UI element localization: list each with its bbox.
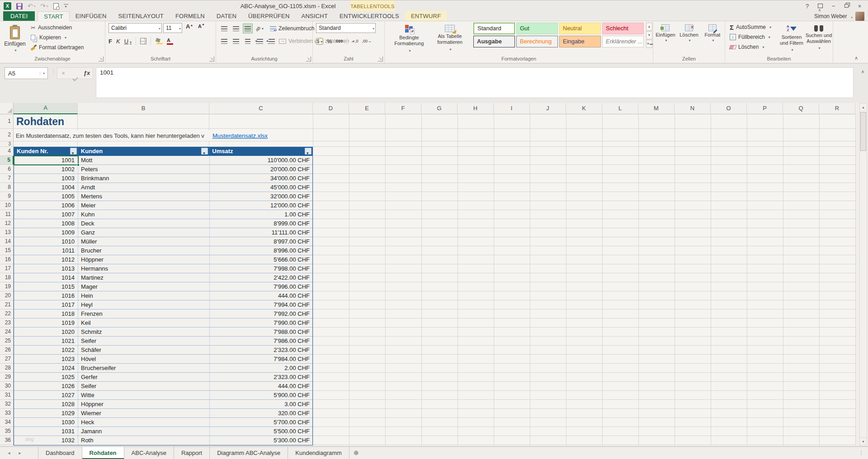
fill-color-button[interactable] (155, 38, 161, 44)
account-area[interactable]: Simon Weber (814, 11, 864, 21)
font-name-select[interactable]: Calibri (108, 23, 162, 33)
sheet-tab[interactable]: Rapport (174, 447, 210, 459)
name-box[interactable]: A5 (5, 67, 48, 79)
cell-umsatz[interactable]: 7'988.00 CHF (210, 328, 312, 336)
cut-button[interactable]: ✂ Ausschneiden (29, 23, 85, 33)
cell-a1-title[interactable]: Rohdaten (16, 115, 69, 128)
cell-kunden-nr[interactable]: 1021 (14, 337, 78, 345)
cell-kunden-nr[interactable]: 1031 (14, 427, 78, 436)
align-center-button[interactable] (231, 36, 241, 46)
dialog-launcher-icon[interactable] (209, 56, 214, 61)
cell-kunde[interactable]: Hermanns (78, 264, 210, 273)
header-umsatz[interactable]: Umsatz (209, 147, 312, 156)
cell-kunden-nr[interactable]: 1023 (14, 355, 78, 363)
gallery-down-icon[interactable]: ▼ (646, 31, 652, 39)
cell-umsatz[interactable]: 5'666.00 CHF (210, 255, 312, 264)
new-sheet-icon[interactable]: ⊕ (349, 447, 363, 459)
font-size-select[interactable]: 11 (163, 23, 182, 33)
cell-kunden-nr[interactable]: 1006 (14, 201, 78, 210)
undo-icon[interactable]: ↶ (28, 3, 35, 9)
copy-button[interactable]: Kopieren (29, 33, 85, 42)
cell-kunden-nr[interactable]: 1015 (14, 282, 78, 291)
cell-kunden-nr[interactable]: 1022 (14, 346, 78, 354)
cell-kunde[interactable]: Seifer (78, 337, 210, 345)
cell-kunde[interactable]: Hövel (78, 355, 210, 363)
row-header[interactable]: 33 (0, 409, 13, 418)
cell-umsatz[interactable]: 8'999.00 CHF (210, 219, 312, 228)
align-left-button[interactable] (219, 36, 229, 46)
row-header[interactable]: 19 (0, 282, 13, 291)
percent-button[interactable]: % (327, 38, 332, 45)
cell-kunde[interactable]: Brucherseifer (78, 364, 210, 372)
cell-kunden-nr[interactable]: 1004 (14, 183, 78, 192)
formula-input[interactable]: 1001 (96, 67, 854, 98)
excel-logo-icon[interactable]: X (4, 2, 11, 10)
row-header[interactable]: 22 (0, 309, 13, 318)
print-preview-icon[interactable] (53, 3, 59, 9)
cell-umsatz[interactable]: 7'994.00 CHF (210, 300, 312, 309)
filter-dropdown-icon[interactable] (70, 148, 77, 155)
collapse-ribbon-icon[interactable]: ∧ (854, 55, 858, 61)
cell-kunde[interactable]: Deck (78, 219, 210, 228)
column-header[interactable]: A (14, 103, 78, 114)
sheet-nav-left-icon[interactable]: ◂ (4, 447, 14, 459)
cell-kunde[interactable]: Peters (78, 165, 210, 173)
row-header[interactable]: 25 (0, 337, 13, 346)
column-header[interactable]: J (530, 103, 566, 114)
accounting-format-button[interactable]: $ (316, 38, 323, 45)
customize-qat-icon[interactable] (64, 4, 68, 9)
ribbon-tab-start[interactable]: START (38, 11, 69, 21)
cell-umsatz[interactable]: 7'992.00 CHF (210, 309, 312, 318)
cell-kunden-nr[interactable]: 1007 (14, 210, 78, 219)
cell-kunde[interactable]: Kuhn (78, 210, 210, 219)
paste-button[interactable]: Einfügen (3, 23, 27, 54)
row-header[interactable]: 27 (0, 355, 13, 364)
user-name[interactable]: Simon Weber (814, 13, 847, 19)
cell-kunden-nr[interactable]: 1030 (14, 418, 78, 426)
cell-kunden-nr[interactable]: 1011 (14, 246, 78, 255)
cell-kunde[interactable]: Brinkmann (78, 174, 210, 183)
column-header[interactable]: M (638, 103, 675, 114)
cell-umsatz[interactable]: 7'990.00 CHF (210, 318, 312, 327)
cell-umsatz[interactable]: 5'300.00 CHF (210, 436, 312, 445)
align-right-button[interactable] (243, 36, 253, 46)
cell-umsatz[interactable]: 110'000.00 CHF (210, 156, 312, 164)
cell-kunde[interactable]: Arndt (78, 183, 210, 192)
row-header[interactable]: 20 (0, 291, 13, 300)
cell-kunden-nr[interactable]: 1010 (14, 237, 78, 246)
cell-kunde[interactable]: Müller (78, 237, 210, 246)
cell-kunde[interactable]: Heck (78, 418, 210, 426)
style-erklaerender[interactable]: Erklärender ... (602, 36, 644, 47)
cell-umsatz[interactable]: 5'700.00 CHF (210, 418, 312, 426)
redo-icon[interactable]: ↷ (40, 3, 48, 9)
delete-cells-button[interactable]: Löschen (678, 23, 700, 42)
gallery-up-icon[interactable]: ▲ (646, 23, 652, 31)
row-header[interactable]: 13 (0, 228, 13, 237)
cell-kunden-nr[interactable]: 1027 (14, 391, 78, 399)
conditional-formatting-button[interactable]: ≠ Bedingte Formatierung (389, 23, 429, 54)
cell-kunden-nr[interactable]: 1026 (14, 382, 78, 390)
column-header[interactable]: Q (783, 103, 819, 114)
cell-kunde[interactable]: Jamann (78, 427, 210, 436)
row-header[interactable]: 26 (0, 346, 13, 355)
tab-splitter-icon[interactable]: ⋮ (854, 447, 868, 459)
gallery-more-icon[interactable]: ▼▬ (646, 40, 652, 48)
ribbon-tab-formeln[interactable]: FORMELN (170, 11, 211, 21)
sheet-tab[interactable]: ABC-Analyse (124, 447, 174, 459)
header-kunden[interactable]: Kunden (78, 147, 210, 156)
cell-kunden-nr[interactable]: 1014 (14, 273, 78, 282)
sheet-nav-right-icon[interactable]: ▸ (14, 447, 25, 459)
avatar[interactable] (855, 12, 864, 21)
column-header[interactable]: I (494, 103, 530, 114)
ribbon-tab-entwurf[interactable]: ENTWURF (405, 11, 447, 21)
cell-kunde[interactable]: Gerfer (78, 373, 210, 381)
row-header[interactable]: 17 (0, 264, 13, 273)
cell-umsatz[interactable]: 11'111.00 CHF (210, 228, 312, 237)
increase-decimal-button[interactable]: ←,0 (351, 39, 359, 43)
grow-font-button[interactable]: A▲ (186, 23, 193, 33)
musterdatensatz-link[interactable]: Musterdatensatz.xlsx (212, 131, 268, 141)
cell-kunden-nr[interactable]: 1032 (14, 436, 78, 445)
row-header[interactable]: 30 (0, 382, 13, 391)
cell-umsatz[interactable]: 12'000.00 CHF (210, 201, 312, 210)
filter-dropdown-icon[interactable] (201, 148, 208, 155)
